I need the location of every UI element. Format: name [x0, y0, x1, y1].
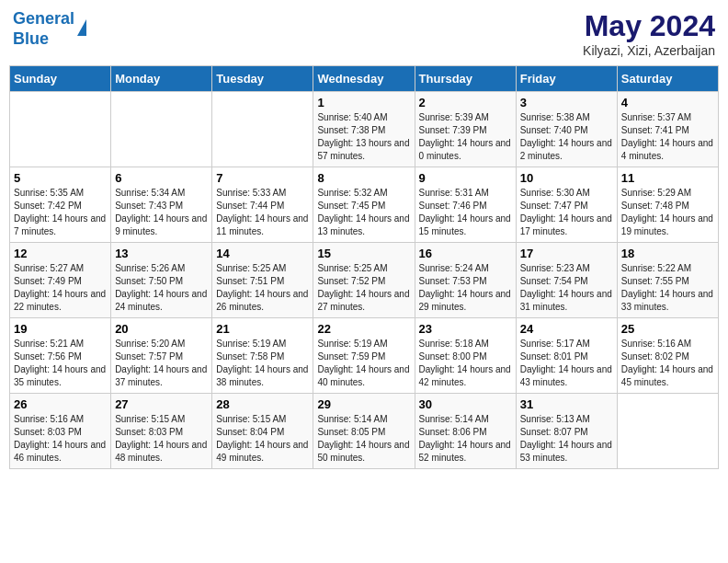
calendar-table: SundayMondayTuesdayWednesdayThursdayFrid… — [9, 65, 719, 469]
calendar-cell: 5Sunrise: 5:35 AMSunset: 7:42 PMDaylight… — [10, 167, 111, 243]
day-number: 2 — [419, 96, 512, 109]
day-number: 26 — [14, 397, 107, 411]
day-info: Sunrise: 5:16 AMSunset: 8:02 PMDaylight:… — [621, 338, 714, 389]
day-info: Sunrise: 5:14 AMSunset: 8:06 PMDaylight:… — [419, 413, 512, 465]
day-number: 28 — [216, 397, 309, 411]
day-number: 20 — [115, 322, 208, 336]
day-info: Sunrise: 5:17 AMSunset: 8:01 PMDaylight:… — [520, 338, 613, 389]
day-number: 30 — [419, 397, 512, 411]
day-info: Sunrise: 5:38 AMSunset: 7:40 PMDaylight:… — [520, 111, 613, 163]
day-number: 14 — [216, 247, 309, 260]
calendar-cell: 6Sunrise: 5:34 AMSunset: 7:43 PMDaylight… — [111, 167, 212, 243]
weekday-header: Friday — [516, 66, 617, 92]
title-block: May 2024 Kilyazi, Xizi, Azerbaijan — [583, 9, 715, 58]
calendar-cell: 3Sunrise: 5:38 AMSunset: 7:40 PMDaylight… — [516, 92, 617, 167]
calendar-week-row: 19Sunrise: 5:21 AMSunset: 7:56 PMDayligh… — [10, 318, 719, 394]
calendar-cell — [617, 394, 718, 469]
day-info: Sunrise: 5:16 AMSunset: 8:03 PMDaylight:… — [14, 413, 107, 465]
calendar-cell: 1Sunrise: 5:40 AMSunset: 7:38 PMDaylight… — [313, 92, 415, 167]
day-number: 8 — [317, 171, 410, 185]
calendar-cell: 16Sunrise: 5:24 AMSunset: 7:53 PMDayligh… — [415, 243, 516, 318]
calendar-cell — [10, 92, 111, 167]
calendar-cell: 8Sunrise: 5:32 AMSunset: 7:45 PMDaylight… — [313, 167, 415, 243]
calendar-cell: 15Sunrise: 5:25 AMSunset: 7:52 PMDayligh… — [313, 243, 415, 318]
day-number: 6 — [115, 171, 208, 185]
calendar-cell: 9Sunrise: 5:31 AMSunset: 7:46 PMDaylight… — [415, 167, 516, 243]
weekday-header: Sunday — [10, 66, 111, 92]
day-info: Sunrise: 5:13 AMSunset: 8:07 PMDaylight:… — [520, 413, 613, 465]
day-info: Sunrise: 5:34 AMSunset: 7:43 PMDaylight:… — [115, 187, 208, 238]
main-title: May 2024 — [583, 9, 715, 43]
day-number: 15 — [317, 247, 410, 260]
calendar-cell: 11Sunrise: 5:29 AMSunset: 7:48 PMDayligh… — [617, 167, 718, 243]
day-number: 19 — [14, 322, 107, 336]
calendar-cell: 18Sunrise: 5:22 AMSunset: 7:55 PMDayligh… — [617, 243, 718, 318]
calendar-cell — [111, 92, 212, 167]
day-number: 12 — [14, 247, 107, 260]
day-info: Sunrise: 5:24 AMSunset: 7:53 PMDaylight:… — [419, 262, 512, 314]
day-info: Sunrise: 5:15 AMSunset: 8:04 PMDaylight:… — [216, 413, 309, 465]
day-number: 31 — [520, 397, 613, 411]
day-info: Sunrise: 5:14 AMSunset: 8:05 PMDaylight:… — [317, 413, 410, 465]
weekday-header: Saturday — [617, 66, 718, 92]
logo-general: General — [13, 9, 74, 28]
calendar-cell: 19Sunrise: 5:21 AMSunset: 7:56 PMDayligh… — [10, 318, 111, 394]
day-info: Sunrise: 5:39 AMSunset: 7:39 PMDaylight:… — [419, 111, 512, 163]
day-number: 27 — [115, 397, 208, 411]
day-info: Sunrise: 5:23 AMSunset: 7:54 PMDaylight:… — [520, 262, 613, 314]
calendar-week-row: 1Sunrise: 5:40 AMSunset: 7:38 PMDaylight… — [10, 92, 719, 167]
calendar-week-row: 12Sunrise: 5:27 AMSunset: 7:49 PMDayligh… — [10, 243, 719, 318]
day-info: Sunrise: 5:18 AMSunset: 8:00 PMDaylight:… — [419, 338, 512, 389]
calendar-cell: 13Sunrise: 5:26 AMSunset: 7:50 PMDayligh… — [111, 243, 212, 318]
calendar-cell: 25Sunrise: 5:16 AMSunset: 8:02 PMDayligh… — [617, 318, 718, 394]
calendar-cell: 30Sunrise: 5:14 AMSunset: 8:06 PMDayligh… — [415, 394, 516, 469]
day-number: 29 — [317, 397, 410, 411]
calendar-cell: 14Sunrise: 5:25 AMSunset: 7:51 PMDayligh… — [212, 243, 313, 318]
calendar-week-row: 5Sunrise: 5:35 AMSunset: 7:42 PMDaylight… — [10, 167, 719, 243]
calendar-cell: 20Sunrise: 5:20 AMSunset: 7:57 PMDayligh… — [111, 318, 212, 394]
calendar-cell: 22Sunrise: 5:19 AMSunset: 7:59 PMDayligh… — [313, 318, 415, 394]
logo: General Blue — [13, 9, 86, 49]
calendar-cell: 23Sunrise: 5:18 AMSunset: 8:00 PMDayligh… — [415, 318, 516, 394]
day-info: Sunrise: 5:27 AMSunset: 7:49 PMDaylight:… — [14, 262, 107, 314]
calendar-cell: 12Sunrise: 5:27 AMSunset: 7:49 PMDayligh… — [10, 243, 111, 318]
day-number: 25 — [621, 322, 714, 336]
logo-triangle-icon — [77, 19, 86, 36]
calendar-cell: 29Sunrise: 5:14 AMSunset: 8:05 PMDayligh… — [313, 394, 415, 469]
day-info: Sunrise: 5:20 AMSunset: 7:57 PMDaylight:… — [115, 338, 208, 389]
calendar-cell: 21Sunrise: 5:19 AMSunset: 7:58 PMDayligh… — [212, 318, 313, 394]
calendar-cell: 17Sunrise: 5:23 AMSunset: 7:54 PMDayligh… — [516, 243, 617, 318]
day-info: Sunrise: 5:19 AMSunset: 7:58 PMDaylight:… — [216, 338, 309, 389]
day-info: Sunrise: 5:32 AMSunset: 7:45 PMDaylight:… — [317, 187, 410, 238]
day-info: Sunrise: 5:26 AMSunset: 7:50 PMDaylight:… — [115, 262, 208, 314]
day-number: 5 — [14, 171, 107, 185]
calendar-cell — [212, 92, 313, 167]
day-info: Sunrise: 5:22 AMSunset: 7:55 PMDaylight:… — [621, 262, 714, 314]
calendar-cell: 10Sunrise: 5:30 AMSunset: 7:47 PMDayligh… — [516, 167, 617, 243]
day-info: Sunrise: 5:37 AMSunset: 7:41 PMDaylight:… — [621, 111, 714, 163]
page-header: General Blue May 2024 Kilyazi, Xizi, Aze… — [9, 9, 719, 58]
day-number: 21 — [216, 322, 309, 336]
day-info: Sunrise: 5:21 AMSunset: 7:56 PMDaylight:… — [14, 338, 107, 389]
day-info: Sunrise: 5:29 AMSunset: 7:48 PMDaylight:… — [621, 187, 714, 238]
calendar-cell: 26Sunrise: 5:16 AMSunset: 8:03 PMDayligh… — [10, 394, 111, 469]
weekday-header-row: SundayMondayTuesdayWednesdayThursdayFrid… — [10, 66, 719, 92]
day-number: 13 — [115, 247, 208, 260]
weekday-header: Thursday — [415, 66, 516, 92]
calendar-cell: 28Sunrise: 5:15 AMSunset: 8:04 PMDayligh… — [212, 394, 313, 469]
weekday-header: Tuesday — [212, 66, 313, 92]
day-info: Sunrise: 5:31 AMSunset: 7:46 PMDaylight:… — [419, 187, 512, 238]
day-number: 24 — [520, 322, 613, 336]
day-number: 18 — [621, 247, 714, 260]
day-number: 7 — [216, 171, 309, 185]
day-info: Sunrise: 5:35 AMSunset: 7:42 PMDaylight:… — [14, 187, 107, 238]
day-info: Sunrise: 5:30 AMSunset: 7:47 PMDaylight:… — [520, 187, 613, 238]
day-info: Sunrise: 5:19 AMSunset: 7:59 PMDaylight:… — [317, 338, 410, 389]
calendar-cell: 2Sunrise: 5:39 AMSunset: 7:39 PMDaylight… — [415, 92, 516, 167]
calendar-week-row: 26Sunrise: 5:16 AMSunset: 8:03 PMDayligh… — [10, 394, 719, 469]
day-info: Sunrise: 5:25 AMSunset: 7:52 PMDaylight:… — [317, 262, 410, 314]
day-info: Sunrise: 5:25 AMSunset: 7:51 PMDaylight:… — [216, 262, 309, 314]
day-info: Sunrise: 5:40 AMSunset: 7:38 PMDaylight:… — [317, 111, 410, 163]
day-info: Sunrise: 5:15 AMSunset: 8:03 PMDaylight:… — [115, 413, 208, 465]
day-number: 23 — [419, 322, 512, 336]
